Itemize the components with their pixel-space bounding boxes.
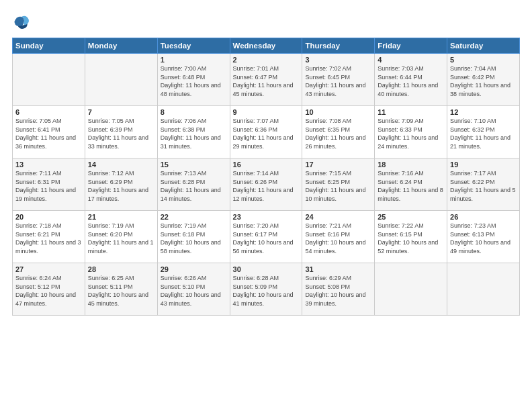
weekday-header-thursday: Thursday [302, 38, 375, 54]
weekday-header-row: SundayMondayTuesdayWednesdayThursdayFrid… [13, 38, 520, 54]
logo-icon [12, 12, 31, 31]
calendar-cell: 24Sunrise: 7:21 AM Sunset: 6:16 PM Dayli… [302, 211, 375, 263]
day-number: 1 [161, 56, 227, 64]
weekday-header-wednesday: Wednesday [230, 38, 302, 54]
day-info: Sunrise: 7:10 AM Sunset: 6:32 PM Dayligh… [450, 117, 517, 150]
calendar-cell: 7Sunrise: 7:05 AM Sunset: 6:39 PM Daylig… [85, 106, 157, 158]
day-info: Sunrise: 7:03 AM Sunset: 6:44 PM Dayligh… [378, 64, 444, 98]
day-info: Sunrise: 7:19 AM Sunset: 6:20 PM Dayligh… [88, 222, 154, 255]
calendar-cell: 6Sunrise: 7:05 AM Sunset: 6:41 PM Daylig… [13, 106, 85, 158]
day-info: Sunrise: 7:08 AM Sunset: 6:35 PM Dayligh… [305, 117, 371, 150]
day-info: Sunrise: 7:21 AM Sunset: 6:16 PM Dayligh… [305, 222, 371, 255]
page: SundayMondayTuesdayWednesdayThursdayFrid… [0, 0, 532, 411]
calendar-cell: 23Sunrise: 7:20 AM Sunset: 6:17 PM Dayli… [230, 211, 302, 263]
day-info: Sunrise: 7:00 AM Sunset: 6:48 PM Dayligh… [161, 64, 227, 98]
header [12, 12, 520, 31]
day-number: 16 [233, 161, 300, 169]
day-info: Sunrise: 7:01 AM Sunset: 6:47 PM Dayligh… [233, 64, 300, 98]
week-row-1: 1Sunrise: 7:00 AM Sunset: 6:48 PM Daylig… [13, 54, 520, 106]
day-number: 6 [15, 108, 82, 116]
day-number: 12 [450, 108, 517, 116]
calendar-cell: 26Sunrise: 7:23 AM Sunset: 6:13 PM Dayli… [447, 211, 520, 263]
day-info: Sunrise: 7:07 AM Sunset: 6:36 PM Dayligh… [233, 117, 300, 150]
calendar-cell: 2Sunrise: 7:01 AM Sunset: 6:47 PM Daylig… [230, 54, 302, 106]
day-number: 13 [15, 161, 82, 169]
weekday-header-sunday: Sunday [13, 38, 85, 54]
day-number: 18 [378, 161, 444, 169]
day-number: 14 [88, 161, 154, 169]
day-info: Sunrise: 6:24 AM Sunset: 5:12 PM Dayligh… [15, 274, 82, 308]
week-row-2: 6Sunrise: 7:05 AM Sunset: 6:41 PM Daylig… [13, 106, 520, 158]
day-number: 17 [305, 161, 371, 169]
day-number: 27 [15, 265, 82, 273]
day-number: 19 [450, 161, 517, 169]
calendar-table: SundayMondayTuesdayWednesdayThursdayFrid… [12, 38, 520, 316]
day-info: Sunrise: 7:22 AM Sunset: 6:15 PM Dayligh… [378, 222, 444, 255]
day-info: Sunrise: 7:06 AM Sunset: 6:38 PM Dayligh… [161, 117, 227, 150]
calendar-cell: 8Sunrise: 7:06 AM Sunset: 6:38 PM Daylig… [157, 106, 230, 158]
day-info: Sunrise: 7:18 AM Sunset: 6:21 PM Dayligh… [15, 222, 82, 255]
calendar-cell [375, 263, 447, 316]
calendar-cell: 29Sunrise: 6:26 AM Sunset: 5:10 PM Dayli… [157, 263, 230, 316]
day-number: 15 [161, 161, 227, 169]
calendar-cell: 17Sunrise: 7:15 AM Sunset: 6:25 PM Dayli… [302, 158, 375, 211]
weekday-header-tuesday: Tuesday [157, 38, 230, 54]
calendar-cell: 14Sunrise: 7:12 AM Sunset: 6:29 PM Dayli… [85, 158, 157, 211]
weekday-header-monday: Monday [85, 38, 157, 54]
calendar-cell: 22Sunrise: 7:19 AM Sunset: 6:18 PM Dayli… [157, 211, 230, 263]
calendar-cell: 11Sunrise: 7:09 AM Sunset: 6:33 PM Dayli… [375, 106, 447, 158]
calendar-cell: 21Sunrise: 7:19 AM Sunset: 6:20 PM Dayli… [85, 211, 157, 263]
calendar-cell: 16Sunrise: 7:14 AM Sunset: 6:26 PM Dayli… [230, 158, 302, 211]
day-number: 8 [161, 108, 227, 116]
day-info: Sunrise: 7:05 AM Sunset: 6:41 PM Dayligh… [15, 117, 82, 150]
calendar-cell: 13Sunrise: 7:11 AM Sunset: 6:31 PM Dayli… [13, 158, 85, 211]
day-number: 29 [161, 265, 227, 273]
day-number: 31 [305, 265, 371, 273]
calendar-cell: 18Sunrise: 7:16 AM Sunset: 6:24 PM Dayli… [375, 158, 447, 211]
day-info: Sunrise: 7:09 AM Sunset: 6:33 PM Dayligh… [378, 117, 444, 150]
day-number: 10 [305, 108, 371, 116]
day-info: Sunrise: 6:29 AM Sunset: 5:08 PM Dayligh… [305, 274, 371, 308]
calendar-cell: 25Sunrise: 7:22 AM Sunset: 6:15 PM Dayli… [375, 211, 447, 263]
calendar-cell: 4Sunrise: 7:03 AM Sunset: 6:44 PM Daylig… [375, 54, 447, 106]
day-info: Sunrise: 7:02 AM Sunset: 6:45 PM Dayligh… [305, 64, 371, 98]
day-info: Sunrise: 6:28 AM Sunset: 5:09 PM Dayligh… [233, 274, 300, 308]
day-info: Sunrise: 7:12 AM Sunset: 6:29 PM Dayligh… [88, 169, 154, 203]
day-info: Sunrise: 7:17 AM Sunset: 6:22 PM Dayligh… [450, 169, 517, 203]
day-info: Sunrise: 7:19 AM Sunset: 6:18 PM Dayligh… [161, 222, 227, 255]
day-info: Sunrise: 7:04 AM Sunset: 6:42 PM Dayligh… [450, 64, 517, 98]
day-info: Sunrise: 7:16 AM Sunset: 6:24 PM Dayligh… [378, 169, 444, 203]
day-number: 22 [161, 213, 227, 221]
day-number: 25 [378, 213, 444, 221]
calendar-cell: 31Sunrise: 6:29 AM Sunset: 5:08 PM Dayli… [302, 263, 375, 316]
weekday-header-saturday: Saturday [447, 38, 520, 54]
day-info: Sunrise: 7:05 AM Sunset: 6:39 PM Dayligh… [88, 117, 154, 150]
calendar-cell: 28Sunrise: 6:25 AM Sunset: 5:11 PM Dayli… [85, 263, 157, 316]
day-number: 3 [305, 56, 371, 64]
logo [12, 12, 34, 31]
calendar-cell: 27Sunrise: 6:24 AM Sunset: 5:12 PM Dayli… [13, 263, 85, 316]
day-info: Sunrise: 7:15 AM Sunset: 6:25 PM Dayligh… [305, 169, 371, 203]
day-number: 26 [450, 213, 517, 221]
weekday-header-friday: Friday [375, 38, 447, 54]
week-row-3: 13Sunrise: 7:11 AM Sunset: 6:31 PM Dayli… [13, 158, 520, 211]
calendar-cell: 1Sunrise: 7:00 AM Sunset: 6:48 PM Daylig… [157, 54, 230, 106]
day-info: Sunrise: 6:25 AM Sunset: 5:11 PM Dayligh… [88, 274, 154, 308]
day-info: Sunrise: 7:14 AM Sunset: 6:26 PM Dayligh… [233, 169, 300, 203]
week-row-5: 27Sunrise: 6:24 AM Sunset: 5:12 PM Dayli… [13, 263, 520, 316]
day-number: 11 [378, 108, 444, 116]
day-info: Sunrise: 7:11 AM Sunset: 6:31 PM Dayligh… [15, 169, 82, 203]
week-row-4: 20Sunrise: 7:18 AM Sunset: 6:21 PM Dayli… [13, 211, 520, 263]
day-number: 7 [88, 108, 154, 116]
day-number: 28 [88, 265, 154, 273]
day-number: 23 [233, 213, 300, 221]
calendar-cell: 9Sunrise: 7:07 AM Sunset: 6:36 PM Daylig… [230, 106, 302, 158]
day-number: 20 [15, 213, 82, 221]
calendar-cell: 30Sunrise: 6:28 AM Sunset: 5:09 PM Dayli… [230, 263, 302, 316]
calendar-cell: 10Sunrise: 7:08 AM Sunset: 6:35 PM Dayli… [302, 106, 375, 158]
calendar-cell: 15Sunrise: 7:13 AM Sunset: 6:28 PM Dayli… [157, 158, 230, 211]
calendar-cell: 20Sunrise: 7:18 AM Sunset: 6:21 PM Dayli… [13, 211, 85, 263]
day-info: Sunrise: 6:26 AM Sunset: 5:10 PM Dayligh… [161, 274, 227, 308]
calendar-cell [447, 263, 520, 316]
day-number: 24 [305, 213, 371, 221]
